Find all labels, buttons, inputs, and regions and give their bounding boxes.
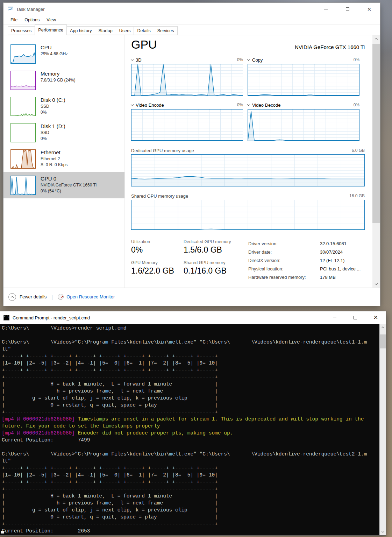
- maximize-button[interactable]: [345, 311, 365, 324]
- shared-memory-label: Shared GPU memory: [184, 260, 245, 265]
- minimize-icon: [333, 318, 336, 318]
- engine-copy-label[interactable]: Copy: [252, 57, 263, 63]
- task-manager-scrollbar[interactable]: [372, 35, 380, 288]
- terminal-line: +---------------------------------------…: [2, 409, 386, 416]
- terminal-line: +-----+ +-----+ +-----+ +-----+ +-----+ …: [2, 465, 386, 472]
- terminal-line: +-----+ +-----+ +-----+ +-----+ +-----+ …: [2, 479, 386, 486]
- driver-date-value: 30/07/2024: [320, 249, 343, 255]
- engine-encode-label[interactable]: Video Encode: [136, 103, 164, 108]
- ethernet-throughput: S: 0 R: 0 Kbps: [41, 162, 67, 167]
- engine-3d-value: 0%: [237, 57, 243, 62]
- page-title: GPU: [131, 38, 157, 51]
- engine-copy-chart: [248, 64, 359, 96]
- ethernet-adapter: Ethernet 2: [41, 156, 67, 161]
- cpu-stats: 29% 4.68 GHz: [41, 51, 68, 56]
- gpu0-usage: 0% (54 °C): [41, 189, 97, 193]
- fewer-details-label[interactable]: Fewer details: [20, 294, 47, 299]
- tab-app-history[interactable]: App history: [67, 26, 95, 35]
- shared-memory-value: 0.1/16.0 GB: [184, 266, 245, 276]
- sidebar-item-disk1[interactable]: Disk 1 (D:) SSD 0%: [3, 120, 124, 146]
- menu-view[interactable]: View: [43, 17, 59, 22]
- dedicated-memory-chart: [131, 154, 365, 186]
- chevron-down-icon[interactable]: [131, 58, 134, 61]
- tab-services[interactable]: Services: [154, 26, 178, 35]
- terminal-line: C:\Users\ \Videos>"C:\Program Files\kden…: [2, 451, 386, 458]
- chevron-down-icon[interactable]: [247, 103, 250, 106]
- terminal-line: lt": [2, 346, 386, 353]
- tab-processes[interactable]: Processes: [8, 26, 35, 35]
- chevron-up-icon: [11, 296, 14, 299]
- close-button[interactable]: ✕: [358, 3, 380, 15]
- gpu0-title: GPU 0: [41, 176, 97, 182]
- terminal-line: | g = start of clip, j = next clip, k = …: [2, 507, 386, 514]
- minimize-button[interactable]: [315, 3, 337, 15]
- chevron-down-icon[interactable]: [131, 103, 134, 106]
- footer-separator: |: [51, 294, 53, 300]
- tab-performance[interactable]: Performance: [35, 24, 67, 35]
- chevron-up-icon: [375, 38, 378, 41]
- driver-date-label: Driver date:: [248, 249, 320, 255]
- open-resource-monitor-link[interactable]: Open Resource Monitor: [66, 294, 115, 299]
- utilization-label: Utilization: [131, 239, 184, 244]
- tab-users[interactable]: Users: [116, 26, 134, 35]
- scrollbar-thumb[interactable]: [372, 44, 380, 223]
- sidebar-item-memory[interactable]: Memory 7.8/31.9 GB (24%): [3, 67, 124, 93]
- disk1-usage: 0%: [41, 136, 65, 141]
- engine-decode-chart: [248, 109, 359, 141]
- sidebar-item-disk0[interactable]: Disk 0 (C:) SSD 0%: [3, 93, 124, 120]
- tab-startup[interactable]: Startup: [95, 26, 115, 35]
- terminal-line: | g = start of clip, j = next clip, k = …: [2, 395, 386, 402]
- engine-3d-label[interactable]: 3D: [136, 57, 142, 63]
- gpu0-mini-chart: [10, 176, 36, 195]
- terminal-line: [mp4 @ 0000021db626b080] Timestamps are …: [2, 416, 386, 423]
- close-button[interactable]: ✕: [365, 311, 386, 324]
- menu-options[interactable]: Options: [21, 17, 43, 22]
- window-title: Task Manager: [16, 7, 45, 12]
- shared-memory-chart: [131, 200, 365, 230]
- terminal-line: | h = previous frame, l = next frame |: [2, 388, 386, 395]
- terminal-line: [mp4 @ 0000021db626b080] Encoder did not…: [2, 430, 386, 437]
- window-controls: ✕: [315, 3, 380, 15]
- chevron-up-icon: [382, 326, 384, 329]
- terminal-line: |1=-10| |2= -5| |3= -2| |4= -1| |5= 0| |…: [2, 360, 386, 367]
- scroll-up-button[interactable]: [380, 324, 386, 331]
- disk0-usage: 0%: [41, 110, 65, 115]
- minimize-button[interactable]: [324, 311, 345, 324]
- driver-info: Driver version: 32.0.15.6081 Driver date…: [248, 239, 361, 281]
- sidebar-item-ethernet[interactable]: Ethernet Ethernet 2 S: 0 R: 0 Kbps: [3, 146, 124, 172]
- menu-file[interactable]: File: [7, 17, 21, 22]
- gpu-detail-pane: GPU NVIDIA GeForce GTX 1660 Ti 3D 0% Cop…: [131, 35, 365, 281]
- engine-decode-value: 0%: [354, 103, 359, 107]
- maximize-icon: [354, 316, 357, 319]
- gpu-device-name: NVIDIA GeForce GTX 1660 Ti: [295, 44, 365, 51]
- chevron-down-icon[interactable]: [247, 58, 250, 61]
- scroll-up-button[interactable]: [372, 35, 380, 42]
- terminal-cursor: [1, 531, 4, 534]
- terminal-line: |1=-10| |2= -5| |3= -2| |4= -1| |5= 0| |…: [2, 472, 386, 479]
- terminal-line: [2, 444, 386, 451]
- dedicated-memory-chart-label: Dedicated GPU memory usage: [131, 148, 194, 153]
- scroll-down-button[interactable]: [380, 528, 386, 535]
- sidebar-item-gpu0[interactable]: GPU 0 NVIDIA GeForce GTX 1660 Ti 0% (54 …: [3, 172, 124, 198]
- shared-memory-chart-label: Shared GPU memory usage: [131, 193, 188, 199]
- engine-decode-label[interactable]: Video Decode: [252, 103, 280, 108]
- terminal-line: +-----+ +-----+ +-----+ +-----+ +-----+ …: [2, 367, 386, 374]
- gpu-engine-charts: 3D 0% Copy 0% Video Enco: [131, 55, 365, 141]
- terminal-scrollbar[interactable]: [379, 324, 386, 535]
- driver-version-label: Driver version:: [248, 241, 320, 246]
- terminal-output[interactable]: C:\Users\ \Videos>render_script.cmd C:\U…: [0, 324, 386, 535]
- tab-details[interactable]: Details: [134, 26, 154, 35]
- scrollbar-thumb[interactable]: [380, 334, 386, 348]
- scroll-down-button[interactable]: [372, 281, 380, 288]
- tab-strip: Processes Performance App history Startu…: [3, 24, 380, 35]
- terminal-line: future. Fix your code to set the timesta…: [2, 423, 386, 430]
- memory-stats: 7.8/31.9 GB (24%): [41, 78, 75, 83]
- task-manager-footer: Fewer details | Open Resource Monitor: [3, 288, 380, 306]
- window-title: Command Prompt - render_script.cmd: [13, 315, 90, 320]
- ethernet-title: Ethernet: [41, 149, 67, 155]
- terminal-line: Current Position: 2653: [2, 528, 386, 535]
- fewer-details-button[interactable]: [8, 293, 16, 301]
- hardware-reserved-label: Hardware reserved memory:: [248, 275, 320, 280]
- sidebar-item-cpu[interactable]: CPU 29% 4.68 GHz: [3, 41, 124, 67]
- maximize-button[interactable]: [337, 3, 358, 15]
